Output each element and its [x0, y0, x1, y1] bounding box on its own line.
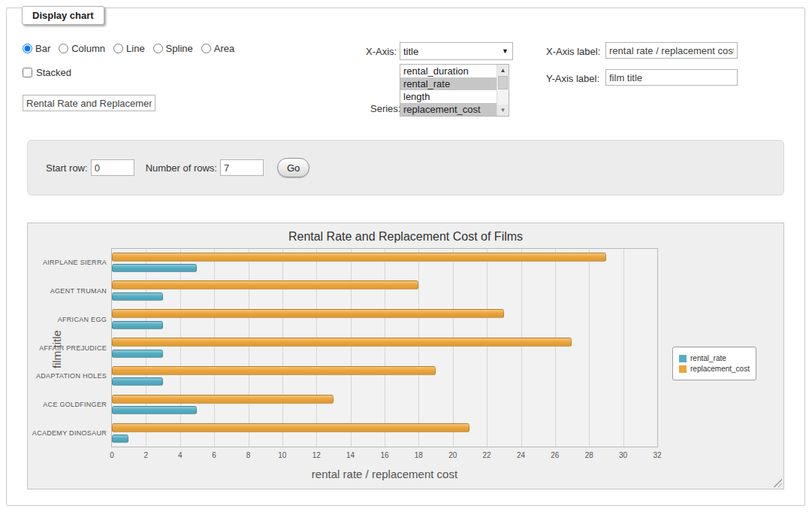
gridline [316, 249, 317, 447]
gridline [418, 249, 419, 447]
num-rows-label: Number of rows: [146, 162, 217, 174]
bar-replacement_cost[interactable] [112, 423, 469, 432]
bar-replacement_cost[interactable] [112, 253, 606, 262]
chart-type-option-spline[interactable]: Spline [153, 43, 193, 54]
legend-item-replacement_cost[interactable]: replacement_cost [679, 365, 750, 373]
bar-rental_rate[interactable] [112, 435, 128, 443]
x-axis-label-caption: X-Axis label: [546, 46, 600, 57]
legend-item-rental_rate[interactable]: rental_rate [679, 354, 750, 362]
x-axis-select-wrap: title ▼ [400, 42, 513, 60]
resize-handle-icon[interactable] [772, 477, 782, 487]
chart-type-option-bar[interactable]: Bar [23, 43, 50, 54]
x-tick-label: 0 [110, 451, 114, 459]
bar-replacement_cost[interactable] [112, 280, 418, 289]
category-label: AGENT TRUMAN [50, 287, 107, 295]
chart-type-radio-group: BarColumnLineSplineArea [23, 43, 234, 54]
gridline [589, 249, 590, 447]
category-label: ACE GOLDFINGER [43, 401, 107, 408]
panel-title: Display chart [22, 6, 104, 25]
bar-replacement_cost[interactable] [112, 338, 572, 347]
series-option-replacement_cost[interactable]: replacement_cost [400, 103, 497, 116]
bar-rental_rate[interactable] [112, 264, 197, 272]
scroll-down-icon[interactable]: ▼ [497, 105, 509, 116]
x-axis-select[interactable]: title [400, 42, 513, 60]
legend-label-replacement_cost: replacement_cost [690, 365, 750, 373]
bar-replacement_cost[interactable] [112, 395, 334, 404]
series-option-rental_duration[interactable]: rental_duration [400, 65, 497, 77]
scroll-up-icon[interactable]: ▲ [497, 65, 509, 76]
chart-title-input[interactable] [23, 95, 155, 111]
chart-type-radio-bar[interactable] [23, 44, 32, 53]
x-tick-label: 16 [380, 451, 388, 459]
gridline [487, 249, 488, 447]
x-tick-label: 32 [653, 451, 661, 459]
chart-type-label-line: Line [126, 43, 145, 54]
gridline [555, 249, 556, 447]
bar-rental_rate[interactable] [112, 377, 163, 386]
gridline [146, 249, 146, 447]
category-label: ADAPTATION HOLES [36, 372, 107, 380]
gridline [453, 249, 454, 447]
bar-replacement_cost[interactable] [112, 366, 436, 375]
bar-rental_rate[interactable] [112, 321, 163, 329]
gridline [249, 249, 249, 447]
legend-swatch-rental_rate [679, 355, 687, 362]
x-axis-select-label: X-Axis: [366, 46, 397, 57]
rows-panel: Start row: Number of rows: Go [27, 140, 784, 195]
x-tick-label: 14 [346, 451, 355, 459]
x-tick-label: 26 [551, 451, 559, 459]
chart-type-radio-line[interactable] [113, 44, 123, 53]
chart-type-label-area: Area [214, 43, 234, 54]
stacked-label: Stacked [36, 67, 71, 78]
x-tick-label: 12 [312, 451, 321, 459]
gridline [214, 249, 215, 447]
chart-type-radio-spline[interactable] [153, 44, 163, 53]
gridline [623, 249, 624, 447]
category-label: AFFAIR PREJUDICE [39, 344, 107, 352]
go-button[interactable]: Go [277, 158, 309, 177]
bar-replacement_cost[interactable] [112, 309, 504, 318]
x-tick-label: 18 [415, 451, 423, 459]
y-axis-label-caption: Y-Axis label: [546, 73, 599, 84]
category-label: ACADEMY DINOSAUR [32, 429, 107, 437]
x-tick-label: 8 [246, 451, 251, 459]
chart-type-radio-column[interactable] [59, 44, 68, 53]
y-axis-label-input[interactable] [605, 69, 738, 86]
series-scrollbar[interactable]: ▲ ▼ [497, 65, 509, 116]
x-tick-label: 20 [448, 451, 457, 459]
gridline [351, 249, 352, 447]
stacked-checkbox[interactable] [23, 68, 32, 77]
chart-type-label-spline: Spline [166, 43, 193, 54]
chart-title: Rental Rate and Replacement Cost of Film… [28, 230, 783, 244]
stacked-checkbox-row[interactable]: Stacked [23, 67, 71, 78]
chart-type-radio-area[interactable] [201, 44, 211, 53]
gridline [282, 249, 283, 447]
x-tick-label: 30 [619, 451, 627, 459]
chart-type-label-bar: Bar [35, 43, 50, 54]
series-listbox[interactable]: rental_durationrental_ratelengthreplacem… [400, 64, 509, 117]
scrollbar-thumb[interactable] [498, 76, 508, 89]
x-axis-label-input[interactable] [605, 42, 738, 59]
chart-type-label-column: Column [71, 43, 105, 54]
start-row-input[interactable] [91, 159, 134, 176]
bar-rental_rate[interactable] [112, 350, 163, 358]
chart-type-option-area[interactable]: Area [201, 43, 234, 54]
x-tick-label: 22 [483, 451, 491, 459]
series-option-rental_rate[interactable]: rental_rate [400, 77, 497, 90]
chart-type-option-column[interactable]: Column [59, 43, 105, 54]
legend-swatch-replacement_cost [679, 365, 687, 373]
chart-legend: rental_ratereplacement_cost [672, 347, 756, 380]
chart-type-option-line[interactable]: Line [113, 43, 145, 54]
x-tick-label: 6 [212, 451, 216, 459]
gridline [180, 249, 181, 447]
x-tick-label: 2 [144, 451, 149, 459]
bar-rental_rate[interactable] [112, 406, 197, 414]
bar-rental_rate[interactable] [112, 292, 163, 301]
gridline [521, 249, 522, 447]
x-axis-title: rental rate / replacement cost [111, 468, 658, 480]
series-option-length[interactable]: length [400, 90, 497, 103]
plot-area: 02468101214161820222426283032AIRPLANE SI… [111, 248, 658, 447]
x-tick-label: 10 [278, 451, 286, 459]
num-rows-input[interactable] [220, 159, 264, 176]
series-options: rental_durationrental_ratelengthreplacem… [400, 65, 497, 116]
